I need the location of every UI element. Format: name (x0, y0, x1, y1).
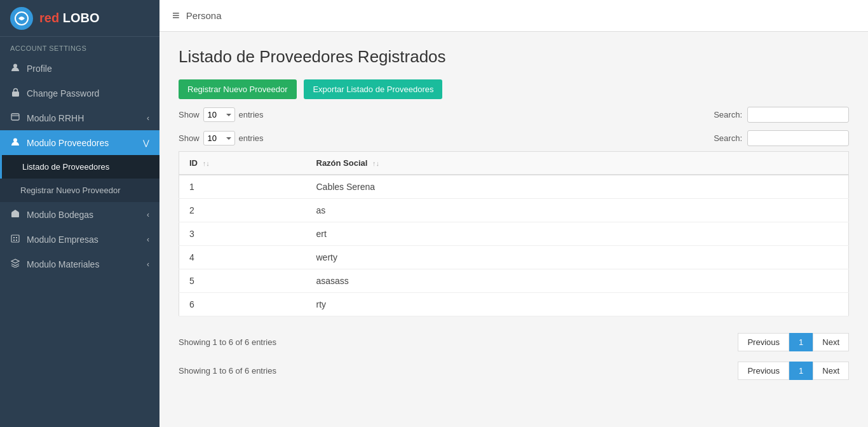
cell-id: 4 (179, 246, 306, 269)
cell-razon-social: ert (306, 222, 849, 246)
main-content: ≡ Persona Listado de Proveedores Registr… (159, 0, 868, 427)
svg-point-1 (13, 64, 17, 68)
table-footer-2: Showing 1 to 6 of 6 entries Previous 1 N… (179, 362, 849, 380)
proveedores-icon (10, 137, 20, 148)
pagination-2: Previous 1 Next (738, 362, 849, 380)
col-razon-social[interactable]: Razón Social ↑↓ (306, 152, 849, 175)
menu-icon[interactable]: ≡ (172, 8, 180, 23)
bodegas-label: Modulo Bodegas (27, 210, 93, 220)
sidebar-submenu-proveedores: Listado de Proveedores Registrar Nuevo P… (0, 155, 159, 202)
cell-id: 6 (179, 293, 306, 316)
materiales-icon (10, 259, 20, 269)
cell-id: 1 (179, 175, 306, 199)
cell-id: 3 (179, 222, 306, 246)
showing-text-1: Showing 1 to 6 of 6 entries (179, 337, 276, 347)
pagination-1: Previous 1 Next (738, 333, 849, 351)
sidebar-item-change-password[interactable]: Change Password (0, 81, 159, 105)
cell-razon-social: werty (306, 246, 849, 269)
show-label-1: Show (179, 110, 200, 119)
register-provider-button[interactable]: Registrar Nuevo Proveedor (179, 79, 297, 99)
rrhh-icon (10, 112, 20, 123)
prev-btn-2[interactable]: Previous (738, 362, 789, 380)
svg-rect-9 (13, 237, 15, 238)
showing-text-2: Showing 1 to 6 of 6 entries (179, 366, 276, 376)
show-entries-left-1: Show 10 25 50 100 entries (179, 107, 264, 122)
sidebar-proveedores-label: Modulo Proveedores (27, 138, 109, 148)
sidebar-logo-text: red LOBO (39, 11, 99, 25)
cell-id: 5 (179, 269, 306, 293)
sidebar-logo: red LOBO (0, 0, 159, 37)
svg-point-5 (13, 139, 17, 142)
listado-label: Listado de Proveedores (22, 162, 109, 172)
sort-id-icon: ↑↓ (203, 159, 210, 167)
table-controls-1: Show 10 25 50 100 entries Search: (179, 107, 849, 123)
table-header-row: ID ↑↓ Razón Social ↑↓ (179, 152, 849, 175)
entries-select-2[interactable]: 10 25 50 100 (203, 131, 235, 146)
chevron-rrhh-icon: ‹ (147, 114, 149, 123)
col-id-label: ID (189, 158, 198, 168)
search-input-2[interactable] (747, 130, 849, 146)
table-row: 6rty (179, 293, 849, 316)
page-title: Listado de Proveedores Registrados (179, 47, 849, 67)
search-label-1: Search: (714, 110, 742, 119)
export-providers-button[interactable]: Exportar Listado de Proveedores (304, 79, 442, 99)
table-controls-2: Show 10 25 50 100 entries Search: (179, 130, 849, 146)
bodegas-icon (10, 209, 20, 220)
svg-rect-8 (11, 235, 19, 242)
sidebar-subitem-registrar[interactable]: Registrar Nuevo Proveedor (0, 179, 159, 202)
search-right-1: Search: (714, 107, 849, 123)
materiales-label: Modulo Materiales (27, 259, 99, 269)
cell-razon-social: rty (306, 293, 849, 316)
logo-red-text: red (39, 11, 59, 25)
sort-razon-icon: ↑↓ (372, 159, 379, 167)
chevron-empresas-icon: ‹ (147, 235, 149, 244)
action-buttons: Registrar Nuevo Proveedor Exportar Lista… (179, 79, 849, 99)
table-row: 4werty (179, 246, 849, 269)
svg-rect-12 (16, 240, 17, 241)
next-btn-1[interactable]: Next (813, 333, 849, 351)
cell-razon-social: Cables Serena (306, 175, 849, 199)
sidebar-item-profile[interactable]: Profile (0, 56, 159, 81)
table-row: 2as (179, 199, 849, 222)
sidebar-item-modulo-empresas[interactable]: Modulo Empresas ‹ (0, 227, 159, 252)
lock-icon (10, 88, 20, 98)
search-input-1[interactable] (747, 107, 849, 123)
svg-rect-3 (11, 114, 19, 120)
col-razon-social-label: Razón Social (316, 158, 368, 168)
breadcrumb: Persona (186, 10, 222, 21)
col-id[interactable]: ID ↑↓ (179, 152, 306, 175)
sidebar-subitem-listado[interactable]: Listado de Proveedores (0, 155, 159, 179)
empresas-label: Modulo Empresas (27, 234, 98, 245)
sidebar-profile-label: Profile (27, 64, 52, 74)
search-right-2: Search: (714, 130, 849, 146)
chevron-proveedores-icon: ⋁ (143, 139, 149, 147)
empresas-icon (10, 234, 20, 245)
svg-rect-6 (11, 212, 19, 217)
logo-white-text: LOBO (59, 11, 99, 25)
chevron-materiales-icon: ‹ (147, 260, 149, 269)
table-footers: Showing 1 to 6 of 6 entries Previous 1 N… (179, 327, 849, 380)
profile-icon (10, 63, 20, 74)
svg-marker-7 (11, 210, 19, 212)
prev-btn-1[interactable]: Previous (738, 333, 789, 351)
svg-rect-2 (12, 92, 19, 97)
sidebar-item-modulo-rrhh[interactable]: Modulo RRHH ‹ (0, 105, 159, 130)
page-1-btn-2[interactable]: 1 (789, 362, 813, 380)
sidebar: red LOBO ACCOUNT SETTINGS Profile Change… (0, 0, 159, 427)
table-row: 3ert (179, 222, 849, 246)
topbar: ≡ Persona (159, 0, 868, 32)
entries-select-1[interactable]: 10 25 50 100 (203, 107, 235, 122)
cell-razon-social: as (306, 199, 849, 222)
table-body: 1Cables Serena2as3ert4werty5asasass6rty (179, 175, 849, 316)
cell-id: 2 (179, 199, 306, 222)
sidebar-item-modulo-bodegas[interactable]: Modulo Bodegas ‹ (0, 202, 159, 227)
cell-razon-social: asasass (306, 269, 849, 293)
sidebar-item-modulo-materiales[interactable]: Modulo Materiales ‹ (0, 252, 159, 276)
providers-table: ID ↑↓ Razón Social ↑↓ 1Cables Serena2as3… (179, 151, 849, 316)
sidebar-rrhh-label: Modulo RRHH (27, 113, 84, 123)
sidebar-item-modulo-proveedores[interactable]: Modulo Proveedores ⋁ (0, 130, 159, 155)
table-footer-1: Showing 1 to 6 of 6 entries Previous 1 N… (179, 333, 849, 351)
next-btn-2[interactable]: Next (813, 362, 849, 380)
show-label-2: Show (179, 133, 200, 143)
page-1-btn-1[interactable]: 1 (789, 333, 813, 351)
